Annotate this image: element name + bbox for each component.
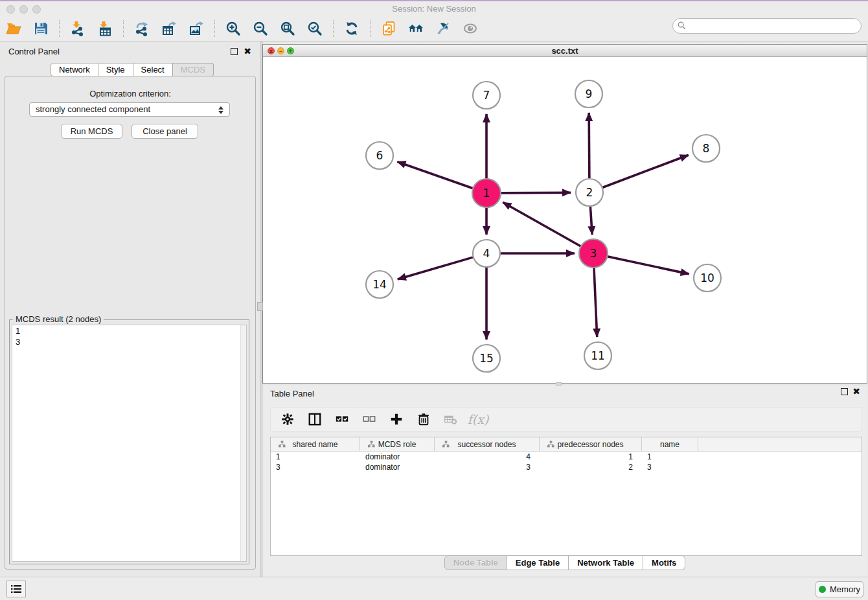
select-all-button[interactable] [333,410,351,428]
edge-3-1[interactable] [503,202,581,246]
column-header-predecessor-nodes[interactable]: predecessor nodes [540,437,642,451]
graph-node-14[interactable]: 14 [366,271,393,298]
table-cell[interactable]: 1 [540,452,642,462]
add-row-button[interactable] [387,410,405,428]
tab-motifs[interactable]: Motifs [643,555,685,570]
column-header-name[interactable]: name [642,437,698,451]
mcds-result-textarea[interactable]: 13 [12,325,247,562]
edge-1-2[interactable] [501,192,571,193]
table-panel-float-icon[interactable] [841,388,848,395]
export-image-button[interactable] [186,19,207,38]
optimization-criterion-label: Optimization criterion: [0,89,260,98]
graph-node-6[interactable]: 6 [366,142,393,169]
table-cell[interactable]: 1 [642,452,698,462]
tab-mcds[interactable]: MCDS [173,63,214,76]
edge-2-9[interactable] [589,113,589,178]
export-network-button[interactable] [131,19,152,38]
table-cell[interactable]: 3 [642,462,698,472]
node-label: 2 [586,186,593,199]
table-cell[interactable]: 3 [271,462,360,472]
table-panel-close-icon[interactable]: ✖ [852,387,860,396]
column-header-MCDS-role[interactable]: MCDS role [360,437,435,451]
node-label: 11 [591,349,605,362]
column-header-label: name [660,440,680,449]
zoom-fit-button[interactable] [277,19,298,38]
import-network-button[interactable] [67,19,88,38]
graph-node-1[interactable]: 1 [472,179,501,207]
table-cell[interactable]: 1 [271,452,360,462]
toolbar-separator [214,20,215,37]
table-row[interactable]: 1dominator411 [271,452,862,462]
refresh-network-button[interactable] [341,19,362,38]
result-scrollbar[interactable] [240,325,246,561]
node-label: 9 [586,87,593,100]
zoom-selected-button[interactable] [304,19,325,38]
table-cell[interactable]: 3 [435,462,540,472]
export-table-button[interactable] [159,19,179,38]
open-session-button[interactable] [3,19,24,38]
graph-node-3[interactable]: 3 [579,239,608,268]
edge-3-10[interactable] [608,257,689,274]
graph-node-11[interactable]: 11 [584,342,611,369]
graph-node-4[interactable]: 4 [473,240,500,267]
zoom-out-button[interactable] [250,19,271,38]
column-header-shared-name[interactable]: shared name [271,437,360,451]
duplicate-network-button[interactable] [378,19,399,38]
graph-node-8[interactable]: 8 [692,135,720,162]
edge-2-8[interactable] [603,155,689,187]
graph-node-9[interactable]: 9 [575,80,602,108]
tab-node-table[interactable]: Node Table [444,555,507,570]
close-panel-button[interactable]: Close panel [131,124,198,139]
edge-3-11[interactable] [594,268,597,337]
graph-node-15[interactable]: 15 [473,345,500,372]
edge-4-14[interactable] [398,257,473,279]
graph-node-7[interactable]: 7 [473,82,500,109]
memory-button[interactable]: Memory [816,581,863,597]
node-table-header: shared nameMCDS rolesuccessor nodesprede… [271,437,862,452]
control-panel-close-icon[interactable]: ✖ [244,47,251,56]
table-row[interactable]: 3dominator323 [271,462,862,472]
horizontal-splitter-grip[interactable] [556,382,562,386]
edge-1-6[interactable] [397,162,473,189]
control-panel-title: Control Panel [8,47,60,56]
export-table-icon [161,21,177,36]
tab-select[interactable]: Select [133,63,173,76]
search-input[interactable] [672,18,862,34]
import-table-button[interactable] [95,19,115,38]
table-cell[interactable]: dominator [360,452,435,462]
table-settings-button[interactable] [279,410,297,428]
column-header-successor-nodes[interactable]: successor nodes [435,437,540,451]
control-panel-float-icon[interactable] [231,48,238,55]
tab-edge-table[interactable]: Edge Table [507,555,569,570]
function-builder-button: f(x) [469,410,487,428]
vertical-splitter-grip[interactable] [257,302,263,311]
delete-row-button[interactable] [415,410,433,428]
toolbar-separator [370,20,371,37]
table-cell[interactable]: 2 [540,462,642,472]
network-graph-canvas[interactable]: 7968124314101511 [263,57,867,383]
window-titlebar: Session: New Session [0,0,868,16]
first-neighbors-button[interactable] [405,19,426,38]
tab-network[interactable]: Network [51,63,98,76]
edge-2-3[interactable] [590,207,592,235]
graph-node-10[interactable]: 10 [694,264,721,292]
table-cell[interactable]: dominator [360,462,435,472]
graph-node-2[interactable]: 2 [576,179,603,206]
run-mcds-button[interactable]: Run MCDS [61,124,122,139]
hide-graphics-details-icon [435,21,451,36]
tab-network-table[interactable]: Network Table [569,555,643,570]
tab-style[interactable]: Style [98,63,133,76]
show-columns-button[interactable] [306,410,324,428]
hide-graphics-details-button[interactable] [433,19,453,38]
table-panel: Table Panel ✖ f(x) shared nameMCDS roles… [262,386,867,577]
column-tree-icon [364,441,371,448]
task-history-button[interactable] [6,581,26,597]
show-graphics-details-button[interactable] [460,19,481,38]
optimization-select[interactable]: strongly connected component [29,102,230,117]
zoom-in-button[interactable] [223,19,244,38]
node-label: 14 [372,278,387,291]
unselect-all-button[interactable] [360,410,378,428]
table-cell[interactable]: 4 [435,452,540,462]
open-session-icon [6,21,21,36]
save-session-button[interactable] [30,19,51,38]
